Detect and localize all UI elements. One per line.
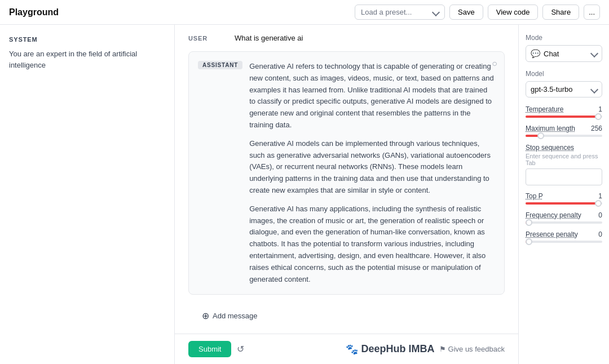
freq-penalty-row: Frequency penalty 0 [526,211,602,219]
main-layout: SYSTEM You are an expert in the field of… [0,25,609,364]
system-panel: SYSTEM You are an expert in the field of… [0,25,175,364]
temperature-row: Temperature 1 [526,105,602,113]
user-role-label: USER [188,34,228,42]
feedback-label: Give us feedback [448,345,505,353]
save-button[interactable]: Save [449,5,483,20]
max-length-thumb [537,132,544,139]
model-select[interactable]: gpt-3.5-turbo [526,81,602,97]
add-message-button[interactable]: ⊕ Add message [188,304,505,328]
chat-mode-icon: 💬 [531,49,540,58]
top-p-slider[interactable] [526,202,602,205]
mode-select-value: 💬 Chat [531,49,559,58]
branding-name: DeepHub IMBA [361,343,435,355]
branding-logo: 🐾 DeepHub IMBA [346,343,435,356]
mode-select[interactable]: 💬 Chat [526,45,602,62]
close-icon[interactable]: ○ [492,59,497,69]
user-message: USER What is generative ai [188,34,505,42]
model-value: gpt-3.5-turbo [531,85,572,94]
preset-placeholder: Load a preset... [361,8,412,16]
submit-button[interactable]: Submit [188,341,231,357]
stop-seq-hint: Enter sequence and press Tab [526,153,602,166]
chat-panel: USER What is generative ai ○ ASSISTANT G… [175,25,519,364]
header-actions: Load a preset... Save View code Share ..… [355,5,600,20]
max-length-slider[interactable] [526,135,602,137]
add-message-label: Add message [213,312,258,320]
mode-value: Chat [544,50,559,58]
presence-penalty-thumb [526,238,532,245]
assistant-content: Generative AI refers to technology that … [249,61,495,285]
mode-label: Mode [526,34,602,42]
freq-penalty-label: Frequency penalty [526,211,581,219]
stop-seq-label: Stop sequences [526,144,602,152]
preset-dropdown[interactable]: Load a preset... [355,5,445,20]
presence-penalty-value: 0 [598,230,602,238]
top-p-thumb [595,200,602,207]
top-p-fill [526,202,598,205]
more-button[interactable]: ... [584,5,600,20]
freq-penalty-value: 0 [598,211,602,219]
top-p-value: 1 [598,192,602,200]
stop-seq-input[interactable] [526,168,602,185]
max-length-row: Maximum length 256 [526,125,602,132]
assistant-paragraph-1: Generative AI refers to technology that … [249,61,495,131]
assistant-badge: ASSISTANT [198,61,242,69]
freq-penalty-thumb [526,219,532,226]
view-code-button[interactable]: View code [488,5,539,20]
presence-penalty-label: Presence penalty [526,230,578,238]
model-chevron-icon [590,85,598,93]
history-icon[interactable]: ↺ [237,344,244,354]
settings-panel: Mode 💬 Chat Model gpt-3.5-turbo Temperat… [519,25,609,364]
add-circle-icon: ⊕ [202,310,209,321]
system-label: SYSTEM [9,36,165,43]
presence-penalty-row: Presence penalty 0 [526,230,602,238]
max-length-label: Maximum length [526,125,575,132]
assistant-paragraph-2: Generative AI models can be implemented … [249,138,495,197]
footer-left: Submit ↺ [188,341,244,357]
feedback-button[interactable]: ⚑ Give us feedback [439,345,505,353]
assistant-header: ASSISTANT Generative AI refers to techno… [198,61,495,285]
footer-right: 🐾 DeepHub IMBA ⚑ Give us feedback [346,343,505,356]
header: Playground Load a preset... Save View co… [0,0,609,25]
temperature-value: 1 [598,105,602,113]
user-message-content[interactable]: What is generative ai [235,34,303,42]
temperature-thumb [595,113,602,120]
page-title: Playground [9,7,355,17]
messages-area: USER What is generative ai ○ ASSISTANT G… [175,25,518,334]
top-p-label: Top P [526,192,543,200]
chat-footer: Submit ↺ 🐾 DeepHub IMBA ⚑ Give us feedba… [175,334,518,364]
assistant-paragraph-3: Generative AI has many applications, inc… [249,203,495,286]
system-content[interactable]: You are an expert in the field of artifi… [9,48,165,70]
assistant-message: ○ ASSISTANT Generative AI refers to tech… [188,51,505,295]
logo-icon: 🐾 [346,343,358,356]
freq-penalty-slider[interactable] [526,221,602,224]
temperature-label: Temperature [526,105,563,113]
share-button[interactable]: Share [542,5,579,20]
flag-icon: ⚑ [439,345,446,353]
chevron-down-icon [432,8,440,16]
max-length-value: 256 [591,125,602,132]
presence-penalty-slider[interactable] [526,241,602,243]
mode-chevron-icon [590,50,598,57]
temperature-fill [526,116,598,118]
model-label: Model [526,70,602,78]
temperature-slider[interactable] [526,116,602,118]
top-p-row: Top P 1 [526,192,602,200]
